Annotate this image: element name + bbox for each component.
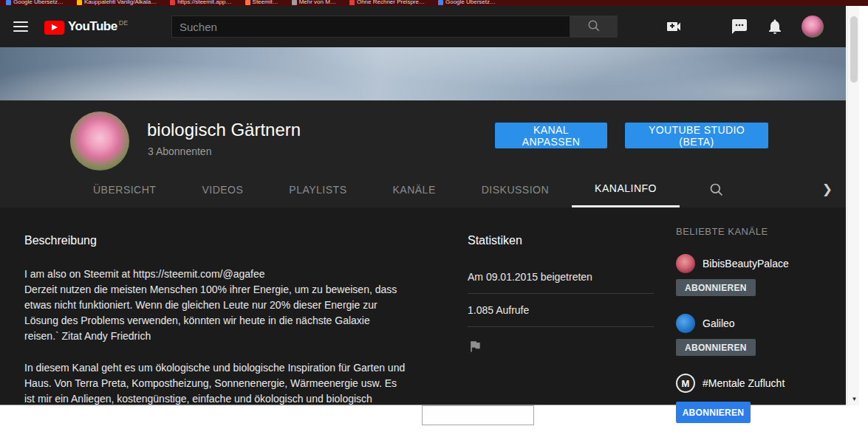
bookmark-label: Google Übersetz… <box>445 0 496 5</box>
featured-channel-name: Galileo <box>703 317 735 329</box>
screen: Google Übersetz… Kauppalehti Vanlig/Alka… <box>0 0 868 443</box>
bookmark-favicon <box>245 0 250 5</box>
description-section: Beschreibung I am also on Steemit at htt… <box>24 234 406 405</box>
bookmark-label: Steemit… <box>253 0 278 5</box>
bookmark-label: Kauppalehti Vanlig/Alkala… <box>84 0 157 5</box>
tab-uebersicht[interactable]: ÜBERSICHT <box>70 171 179 207</box>
bookmark-label: Ohne Rechner Preispre… <box>357 0 425 5</box>
featured-channel-item: M #Mentale Zuflucht <box>676 374 846 393</box>
joined-date: Am 09.01.2015 beigetreten <box>468 247 654 294</box>
customize-channel-button[interactable]: KANAL ANPASSEN <box>495 123 607 148</box>
masthead-actions <box>665 6 824 47</box>
scrollbar-area <box>846 6 868 443</box>
subscribe-button[interactable]: ABONNIEREN <box>676 279 756 296</box>
browser-ui-fragment <box>422 405 534 425</box>
featured-channels-title: BELIEBTE KANÄLE <box>676 226 846 237</box>
channel-avatar[interactable] <box>676 254 695 273</box>
search-button[interactable] <box>570 16 618 38</box>
bookmark-item[interactable]: Google Übersetz… <box>6 0 64 5</box>
tabs-overflow-chevron-icon[interactable] <box>822 171 833 207</box>
bookmark-item[interactable]: Kauppalehti Vanlig/Alkala… <box>77 0 157 5</box>
upload-video-icon[interactable] <box>665 18 683 35</box>
tab-kanalinfo[interactable]: KANALINFO <box>572 171 680 207</box>
description-title: Beschreibung <box>24 234 406 247</box>
channel-avatar <box>70 111 129 171</box>
bookmark-label: https://steemit.app… <box>177 0 231 5</box>
channel-name: biologisch Gärtnern <box>147 120 301 140</box>
bookmark-item[interactable]: Mehr von M… <box>292 0 336 5</box>
bookmark-label: Mehr von M… <box>299 0 336 5</box>
description-paragraph: I am also on Steemit at https://steemit.… <box>24 267 406 344</box>
channel-avatar[interactable] <box>676 314 695 333</box>
description-text: I am also on Steemit at https://steemit.… <box>24 267 406 405</box>
page-viewport: YouTube DE <box>0 6 846 405</box>
bookmark-favicon <box>6 0 11 5</box>
channel-banner <box>0 47 846 100</box>
search-input[interactable] <box>171 16 570 38</box>
account-avatar[interactable] <box>802 16 824 38</box>
subscribe-button[interactable]: ABONNIEREN <box>676 339 756 356</box>
bookmark-favicon <box>438 0 443 5</box>
search-icon <box>587 19 601 35</box>
bookmark-favicon <box>292 0 297 5</box>
about-content: Beschreibung I am also on Steemit at htt… <box>0 207 846 405</box>
youtube-logo[interactable]: YouTube DE <box>44 19 128 35</box>
featured-channel-item: Galileo ABONNIEREN <box>676 314 846 356</box>
description-paragraph: In diesem Kanal geht es um ökologische u… <box>24 360 406 405</box>
bookmark-item[interactable]: Steemit… <box>245 0 278 5</box>
view-count: 1.085 Aufrufe <box>468 294 654 327</box>
featured-channel-link[interactable]: Galileo <box>676 314 846 333</box>
featured-channel-name: BibisBeautyPalace <box>703 258 789 269</box>
subscribe-button[interactable]: ABONNIEREN <box>676 402 751 423</box>
stats-title: Statistiken <box>468 234 654 247</box>
scrollbar-thumb[interactable] <box>850 16 858 83</box>
scrollbar-track[interactable] <box>847 6 859 405</box>
scroll-down-arrow-icon[interactable] <box>848 393 861 405</box>
channel-tabs: ÜBERSICHT VIDEOS PLAYLISTS KANÄLE DISKUS… <box>0 171 846 207</box>
bookmark-favicon <box>77 0 82 5</box>
browser-bookmarks-bar: Google Übersetz… Kauppalehti Vanlig/Alka… <box>0 0 868 6</box>
stats-section: Statistiken Am 09.01.2015 beigetreten 1.… <box>468 234 654 357</box>
menu-icon[interactable] <box>13 21 28 32</box>
channel-avatar[interactable]: M <box>676 374 695 393</box>
youtube-wordmark: YouTube <box>68 19 117 34</box>
channel-search-icon[interactable] <box>709 171 724 207</box>
tab-videos[interactable]: VIDEOS <box>179 171 266 207</box>
apps-grid-icon[interactable] <box>700 21 713 33</box>
tab-playlists[interactable]: PLAYLISTS <box>266 171 369 207</box>
bookmark-item[interactable]: https://steemit.app… <box>170 0 231 5</box>
bookmark-favicon <box>170 0 175 5</box>
featured-channels-section: BELIEBTE KANÄLE BibisBeautyPalace ABONNI… <box>676 226 846 393</box>
report-flag-icon[interactable] <box>468 339 482 356</box>
youtube-play-icon <box>44 21 64 35</box>
bookmark-item[interactable]: Google Übersetz… <box>438 0 496 5</box>
bookmark-favicon <box>349 0 355 5</box>
featured-channel-name: #Mentale Zuflucht <box>703 377 785 389</box>
subscriber-count: 3 Abonnenten <box>148 145 211 157</box>
bookmark-label: Google Übersetz… <box>13 0 64 5</box>
notifications-bell-icon[interactable] <box>766 18 784 35</box>
search-area <box>171 16 618 38</box>
channel-header: biologisch Gärtnern 3 Abonnenten KANAL A… <box>0 100 846 171</box>
featured-channels-list: BibisBeautyPalace ABONNIEREN Galileo ABO… <box>676 254 846 393</box>
tab-diskussion[interactable]: DISKUSSION <box>459 171 572 207</box>
bookmark-item[interactable]: Ohne Rechner Preispre… <box>349 0 425 5</box>
featured-channel-link[interactable]: M #Mentale Zuflucht <box>676 374 846 393</box>
youtube-studio-button[interactable]: YOUTUBE STUDIO (BETA) <box>625 123 768 148</box>
messages-icon[interactable] <box>731 18 748 35</box>
youtube-masthead: YouTube DE <box>0 6 846 47</box>
region-label: DE <box>119 19 129 27</box>
featured-channel-item: BibisBeautyPalace ABONNIEREN <box>676 254 846 296</box>
featured-channel-link[interactable]: BibisBeautyPalace <box>676 254 846 273</box>
tab-kanaele[interactable]: KANÄLE <box>369 171 458 207</box>
